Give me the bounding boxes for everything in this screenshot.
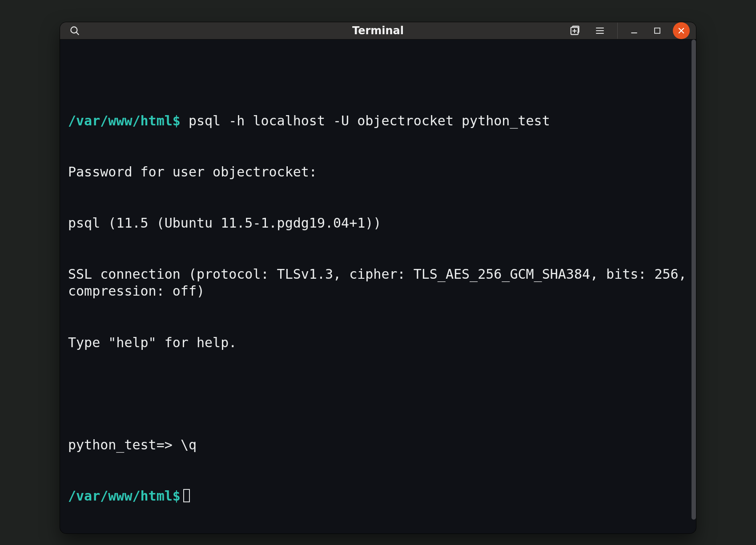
prompt-dollar: $ (173, 488, 181, 504)
maximize-button[interactable] (650, 23, 665, 38)
scrollbar[interactable] (692, 40, 696, 520)
svg-line-1 (76, 32, 79, 35)
prompt-path: /var/www/html (68, 113, 173, 128)
terminal-output[interactable]: /var/www/html$ psql -h localhost -U obje… (60, 40, 696, 533)
search-icon[interactable] (66, 22, 83, 39)
terminal-line: psql (11.5 (Ubuntu 11.5-1.pgdg19.04+1)) (68, 215, 688, 232)
prompt-path: /var/www/html (68, 488, 173, 504)
shell-prompt: /var/www/html$ (68, 488, 181, 504)
terminal-window: Terminal (60, 22, 696, 533)
terminal-line: Password for user objectrocket: (68, 164, 688, 180)
terminal-line: SSL connection (protocol: TLSv1.3, ciphe… (68, 266, 688, 300)
close-button[interactable] (673, 22, 690, 39)
titlebar-separator (617, 23, 618, 39)
psql-prompt: python_test=> (68, 437, 181, 453)
terminal-line: python_test=> \q (68, 437, 688, 453)
minimize-button[interactable] (627, 23, 642, 38)
terminal-line: Type "help" for help. (68, 334, 688, 351)
terminal-line: /var/www/html$ psql -h localhost -U obje… (68, 112, 688, 129)
window-title: Terminal (352, 24, 404, 37)
terminal-line: /var/www/html$ (68, 488, 688, 505)
command-text: psql -h localhost -U objectrocket python… (189, 113, 550, 128)
hamburger-menu-icon[interactable] (591, 22, 608, 39)
terminal-line (68, 385, 688, 402)
shell-prompt: /var/www/html$ (68, 113, 189, 128)
cursor (183, 489, 190, 502)
titlebar: Terminal (60, 22, 696, 40)
prompt-dollar: $ (173, 113, 189, 128)
svg-rect-9 (655, 28, 660, 33)
new-tab-button[interactable] (567, 22, 583, 39)
psql-command: \q (181, 437, 197, 453)
